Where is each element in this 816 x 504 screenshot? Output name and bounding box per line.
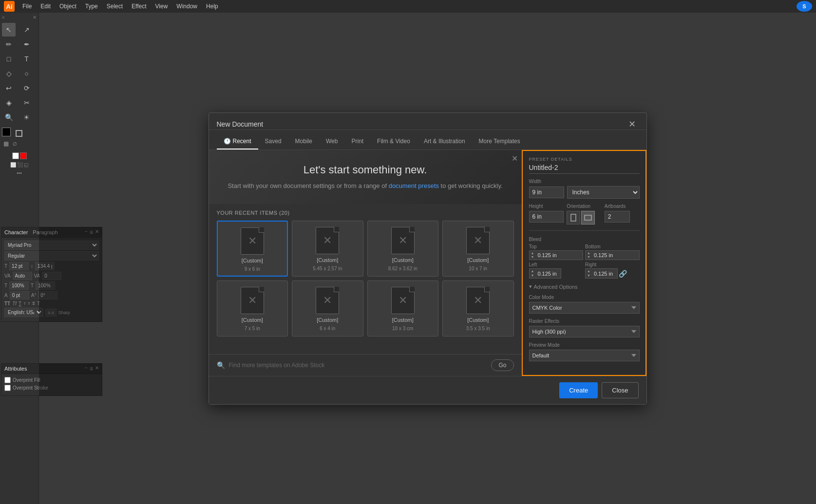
toolbar-collapse[interactable]: « xyxy=(2,15,5,20)
doc-item-1[interactable]: ✕ [Custom] 5.45 x 2.57 in xyxy=(292,221,363,277)
menu-select[interactable]: Select xyxy=(103,2,127,11)
landscape-button[interactable] xyxy=(581,211,595,224)
bleed-top-up[interactable]: ▲ xyxy=(530,251,535,255)
overprint-fill-checkbox[interactable] xyxy=(4,377,11,383)
selection-tool[interactable]: ↖ xyxy=(2,23,16,37)
kerning-input[interactable] xyxy=(13,272,32,280)
fill-swatch[interactable] xyxy=(2,128,11,136)
bleed-left-input[interactable] xyxy=(535,269,561,278)
doc-item-0[interactable]: ✕ [Custom] 9 x 6 in xyxy=(217,221,288,277)
overprint-stroke-checkbox[interactable] xyxy=(4,385,11,391)
edit-artboard[interactable]: ••• xyxy=(17,170,22,176)
reflect-tool[interactable]: ⟳ xyxy=(20,81,34,95)
menu-window[interactable]: Window xyxy=(172,2,201,11)
pen-tool[interactable]: ✏ xyxy=(2,37,16,51)
menu-type[interactable]: Type xyxy=(81,2,102,11)
tab-print[interactable]: Print xyxy=(344,134,370,149)
none-icon[interactable]: ∅ xyxy=(11,140,19,148)
link-bleed-icon[interactable]: 🔗 xyxy=(619,270,627,278)
zoom-tool[interactable]: 🔍 xyxy=(2,111,16,124)
dialog-header: New Document ✕ xyxy=(209,113,646,130)
bleed-right-input[interactable] xyxy=(592,269,617,278)
bleed-top-label: Top xyxy=(529,244,584,249)
bleed-label: Bleed xyxy=(529,237,640,242)
color-mode-select[interactable]: CMYK Color RGB Color xyxy=(529,302,640,314)
paint-tool[interactable]: ◈ xyxy=(2,96,16,110)
dialog-close-button[interactable]: ✕ xyxy=(626,119,639,130)
scale-h-input[interactable] xyxy=(9,281,29,290)
preset-name-input[interactable] xyxy=(529,163,640,174)
search-input[interactable] xyxy=(229,362,488,369)
raster-effects-select[interactable]: Screen (72 ppi) Medium (150 ppi) High (3… xyxy=(529,326,640,337)
hero-close-button[interactable]: ✕ xyxy=(512,154,518,163)
rect-tool[interactable]: □ xyxy=(2,52,16,66)
hand-tool[interactable]: ☀ xyxy=(20,111,34,124)
menu-edit[interactable]: Edit xyxy=(37,2,55,11)
pencil-tool[interactable]: ✒ xyxy=(20,37,34,51)
language-select[interactable]: English: USA xyxy=(4,308,43,317)
doc-label-4: [Custom] xyxy=(242,317,263,323)
toolbar-close[interactable]: ✕ xyxy=(33,15,37,20)
doc-item-3[interactable]: ✕ [Custom] 10 x 7 in xyxy=(442,221,514,277)
gradient-icon[interactable]: ▦ xyxy=(2,140,10,148)
bleed-bottom-label: Bottom xyxy=(585,244,640,249)
menu-help[interactable]: Help xyxy=(202,2,222,11)
tab-art[interactable]: Art & Illustration xyxy=(417,134,472,149)
tab-attributes[interactable]: Attributes xyxy=(4,366,27,372)
go-button[interactable]: Go xyxy=(491,359,513,371)
baseline-input[interactable] xyxy=(10,291,29,299)
doc-item-7[interactable]: ✕ [Custom] 3.5 x 3.5 in xyxy=(442,280,514,336)
artboards-input[interactable] xyxy=(605,211,630,223)
shape-tool[interactable]: ◇ xyxy=(2,67,16,80)
advanced-options-toggle[interactable]: ▾ Advanced Options xyxy=(529,283,640,290)
doc-label-5: [Custom] xyxy=(317,317,338,323)
tab-film[interactable]: Film & Video xyxy=(370,134,417,149)
bleed-right-up[interactable]: ▲ xyxy=(586,269,591,273)
menu-effect[interactable]: Effect xyxy=(128,2,150,11)
create-button[interactable]: Create xyxy=(559,382,598,398)
tab-web[interactable]: Web xyxy=(319,134,344,149)
hero-link[interactable]: document presets xyxy=(389,182,439,189)
circle-tool[interactable]: ○ xyxy=(20,67,34,80)
menu-view[interactable]: View xyxy=(152,2,172,11)
tab-mobile[interactable]: Mobile xyxy=(288,134,319,149)
portrait-button[interactable] xyxy=(567,211,580,224)
bleed-bottom-up[interactable]: ▲ xyxy=(586,251,591,255)
width-input[interactable] xyxy=(529,187,564,198)
bleed-top-input[interactable] xyxy=(535,251,561,260)
font-size-input[interactable] xyxy=(9,262,29,270)
doc-item-2[interactable]: ✕ [Custom] 8.62 x 3.62 in xyxy=(367,221,439,277)
bleed-left-down[interactable]: ▼ xyxy=(530,274,535,278)
preview-mode-select[interactable]: Default Pixel Overprint xyxy=(529,350,640,361)
bleed-bottom-input[interactable] xyxy=(592,251,617,260)
user-avatar[interactable]: S xyxy=(797,1,812,12)
type-tool[interactable]: T xyxy=(20,52,34,66)
eraser-tool[interactable]: ✂ xyxy=(20,96,34,110)
doc-item-4[interactable]: ✕ [Custom] 7 x 5 in xyxy=(217,280,288,336)
bleed-right-down[interactable]: ▼ xyxy=(586,274,591,278)
mode-screen[interactable]: ◱ xyxy=(24,162,28,168)
tab-recent[interactable]: 🕐 Recent xyxy=(217,134,258,149)
tab-saved[interactable]: Saved xyxy=(258,134,288,149)
mode-draw[interactable]: ⬛ xyxy=(17,162,23,168)
menu-object[interactable]: Object xyxy=(56,2,80,11)
close-button[interactable]: Close xyxy=(602,382,638,398)
white-swatch[interactable] xyxy=(12,152,19,159)
doc-item-6[interactable]: ✕ [Custom] 10 x 3 cm xyxy=(367,280,439,336)
mode-normal[interactable]: ⬜ xyxy=(10,162,16,168)
bleed-top-down[interactable]: ▼ xyxy=(530,255,535,259)
rotate-tool[interactable]: ↩ xyxy=(2,81,16,95)
tab-character[interactable]: Character xyxy=(4,229,28,235)
bleed-bottom-down[interactable]: ▼ xyxy=(586,255,591,259)
doc-item-5[interactable]: ✕ [Custom] 6 x 4 in xyxy=(292,280,363,336)
menu-file[interactable]: File xyxy=(19,2,36,11)
direct-select-tool[interactable]: ↗ xyxy=(20,23,34,37)
height-input[interactable] xyxy=(529,211,564,223)
svg-rect-1 xyxy=(585,215,591,220)
stroke-swatch[interactable] xyxy=(16,130,22,137)
red-swatch[interactable] xyxy=(20,152,27,159)
unit-select[interactable]: Inches Centimeters Millimeters Points Pi… xyxy=(567,186,640,199)
preview-mode-field-group: Preview Mode Default Pixel Overprint xyxy=(529,342,640,361)
bleed-left-up[interactable]: ▲ xyxy=(530,269,535,273)
tab-more-templates[interactable]: More Templates xyxy=(472,134,527,149)
